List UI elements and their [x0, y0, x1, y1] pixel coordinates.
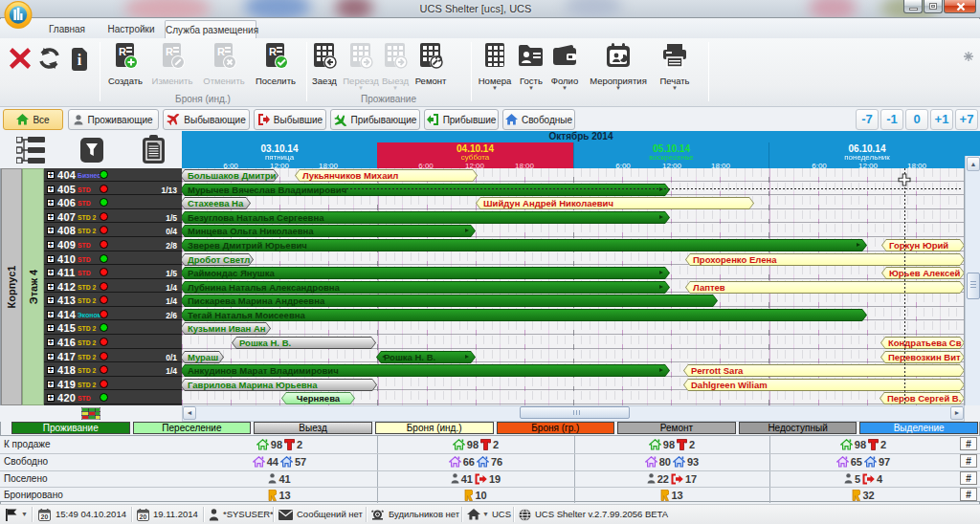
- svg-text:20: 20: [140, 513, 147, 520]
- svg-text:i: i: [78, 52, 82, 68]
- svg-text:R: R: [119, 46, 126, 57]
- svg-text:R: R: [166, 46, 173, 57]
- svg-text:20: 20: [41, 513, 49, 520]
- svg-text:R: R: [269, 46, 277, 57]
- svg-text:R: R: [217, 46, 225, 57]
